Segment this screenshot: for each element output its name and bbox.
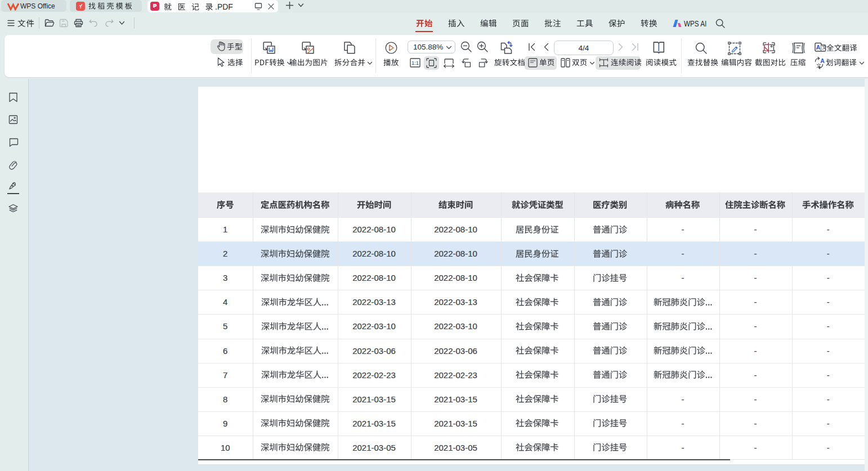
- svg-text:A: A: [816, 44, 821, 51]
- svg-text:1:1: 1:1: [411, 60, 419, 66]
